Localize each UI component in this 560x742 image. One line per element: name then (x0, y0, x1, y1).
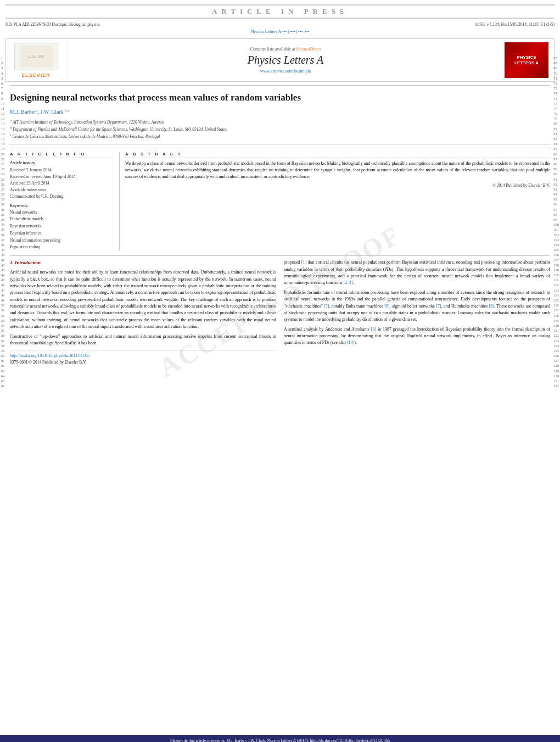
journal-center: Contents lists available at ScienceDirec… (66, 47, 505, 74)
elsevier-wordmark: ELSEVIER (21, 72, 51, 78)
keyword-neural-info: Neural information processing (10, 237, 114, 244)
contents-line: Contents lists available at ScienceDirec… (72, 47, 499, 52)
article-info-header: A R T I C L E I N F O (10, 152, 114, 158)
doi-copyright: 0375-9601/© 2014 Published by Elsevier B… (10, 359, 276, 366)
received-date: Received 3 January 2014 (10, 167, 114, 174)
svg-text:ELSEVIER: ELSEVIER (28, 55, 43, 58)
affiliation-c: c Centro de Ciências Matemáticas, Univer… (10, 132, 550, 140)
ref-7: [7] (436, 304, 441, 309)
keyword-bayesian-networks: Bayesian networks (10, 223, 114, 230)
intro-para2: Constructive or "top-down" approaches to… (10, 333, 276, 347)
ref-8: [8] (489, 304, 494, 309)
meta-right: [m5G; v 1.134; Pm:15/05/2014; 11:31] P.1… (475, 22, 555, 27)
intro-section-title: 1. Introduction (10, 259, 276, 267)
journal-logo-right: PHYSICS LETTERS A (505, 42, 548, 78)
keywords-header: Keywords: (10, 203, 114, 208)
meta-left: JID: PLA AID:22596 /SCO Doctopic: Biolog… (5, 22, 100, 27)
two-col-body: 1. Introduction Artificial neural networ… (10, 259, 550, 365)
elsevier-logo: ELSEVIER ELSEVIER (12, 43, 66, 78)
affiliation-b: b Department of Physics and McDonnell Ce… (10, 125, 550, 132)
keyword-neural-networks: Neural networks (10, 209, 114, 216)
meta-line: JID: PLA AID:22596 /SCO Doctopic: Biolog… (0, 21, 560, 28)
ref-5: [5] (324, 304, 329, 309)
ref-6: [6] (384, 304, 389, 309)
abstract-text: We develop a class of neural networks de… (125, 160, 550, 181)
ref-2-4: [2–4] (343, 280, 352, 285)
doi-link[interactable]: http://dx.doi.org/10.1016/j.physleta.201… (10, 353, 276, 359)
ref-9: [9] (371, 327, 376, 332)
right-para1: proposed [1] that cortical circuits (as … (284, 259, 550, 287)
article-in-press-banner: ARTICLE IN PRESS (5, 4, 555, 19)
footer-text: Please cite this article in press as: M.… (170, 738, 390, 742)
paper-section: Designing neural networks that process m… (10, 85, 550, 144)
abstract-header: A B S T R A C T (125, 152, 550, 158)
body-col-right: proposed [1] that cortical circuits (as … (284, 259, 550, 365)
right-para2: Probabilistic formulations of neural inf… (284, 289, 550, 323)
journal-link-line: Physics Letters A ••• (••••) •••–••• (0, 28, 560, 35)
affiliation-a: a AIT Austrian Institute of Technology, … (10, 118, 550, 125)
intro-para1: Artificial neural networks are noted for… (10, 269, 276, 331)
keywords-section: Keywords: Neural networks Probabilistic … (10, 203, 114, 252)
ref-10: [10] (347, 340, 354, 345)
article-info: A R T I C L E I N F O Article history: R… (10, 152, 120, 252)
elsevier-logo-image: ELSEVIER (14, 43, 58, 70)
keyword-prob-models: Probabilistic models (10, 216, 114, 223)
received-revised-date: Received in revised form 19 April 2014 (10, 174, 114, 180)
available-date: Available online xxxx (10, 187, 114, 193)
abstract-copyright: © 2014 Published by Elsevier B.V. (125, 183, 550, 188)
sciencedirect-link[interactable]: ScienceDirect (296, 47, 321, 52)
keyword-bayesian-inference: Bayesian inference (10, 230, 114, 237)
authors: M.J. Barbera, J.W. Clark b,c (10, 108, 550, 115)
communicated-by: Communicated by C.R. Doering (10, 193, 114, 200)
accepted-date: Accepted 23 April 2014 (10, 180, 114, 187)
abstract-section: A B S T R A C T We develop a class of ne… (125, 152, 550, 252)
history-header: Article history: (10, 160, 114, 165)
journal-header: ELSEVIER ELSEVIER Contents lists availab… (5, 38, 555, 82)
journal-title: Physics Letters A (72, 54, 499, 66)
right-para3: A seminal analysis by Anderson and Abrah… (284, 326, 550, 347)
article-info-abstract: A R T I C L E I N F O Article history: R… (10, 148, 550, 252)
body-section: 1. Introduction Artificial neural networ… (10, 255, 550, 365)
body-col-left: 1. Introduction Artificial neural networ… (10, 259, 276, 365)
paper-title: Designing neural networks that process m… (10, 92, 550, 104)
doi-section: http://dx.doi.org/10.1016/j.physleta.201… (10, 350, 276, 365)
journal-url[interactable]: www.elsevier.com/locate/pla (72, 69, 499, 74)
keyword-population-coding: Population coding (10, 244, 114, 251)
page-footer: Please cite this article in press as: M.… (0, 735, 560, 742)
ref-1: [1] (301, 260, 306, 265)
journal-logo-title: PHYSICS LETTERS A (507, 55, 546, 65)
affiliations: a AIT Austrian Institute of Technology, … (10, 118, 550, 139)
